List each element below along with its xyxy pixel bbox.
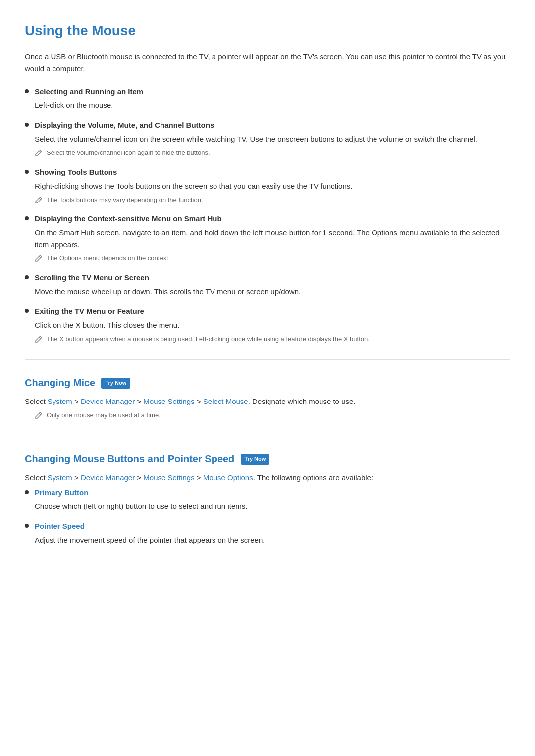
intro-paragraph: Once a USB or Bluetooth mouse is connect… [25, 51, 510, 75]
bullet-desc-exiting: Click on the X button. This closes the m… [35, 319, 510, 331]
bullet-exiting: Exiting the TV Menu or Feature Click on … [25, 305, 510, 345]
bullet-desc-context: On the Smart Hub screen, navigate to an … [35, 227, 510, 251]
page-title: Using the Mouse [25, 20, 510, 42]
section-changing-mice: Changing Mice Try Now [25, 375, 510, 391]
sub-bullet-dot-primary [25, 490, 29, 494]
bullet-displaying-volume: Displaying the Volume, Mute, and Channel… [25, 119, 510, 158]
bullet-label-context: Displaying the Context-sensitive Menu on… [35, 213, 222, 225]
bullet-dot-volume [25, 123, 29, 127]
bullet-dot-tools [25, 170, 29, 174]
note-text-exiting: The X button appears when a mouse is bei… [47, 334, 370, 345]
note-exiting: The X button appears when a mouse is bei… [35, 334, 510, 345]
changing-buttons-body: Select System > Device Manager > Mouse S… [25, 472, 510, 546]
bullet-label-tools: Showing Tools Buttons [35, 166, 117, 178]
bullet-dot-exiting [25, 309, 29, 313]
bullet-context: Displaying the Context-sensitive Menu on… [25, 213, 510, 264]
note-volume: Select the volume/channel icon again to … [35, 148, 510, 158]
bullet-dot-selecting [25, 89, 29, 93]
sub-bullet-desc-pointer: Adjust the movement speed of the pointer… [35, 534, 510, 546]
bullet-tools: Showing Tools Buttons Right-clicking sho… [25, 166, 510, 205]
pencil-icon-volume [35, 149, 43, 157]
pencil-icon-tools [35, 196, 43, 204]
changing-mice-body: Select System > Device Manager > Mouse S… [25, 396, 510, 421]
sub-bullet-label-primary: Primary Button [35, 487, 88, 499]
link-select-mouse[interactable]: Select Mouse [203, 397, 248, 405]
changing-mice-select-prefix: Select [25, 397, 48, 405]
sub-bullet-list: Primary Button Choose which (left or rig… [25, 487, 510, 546]
section-changing-buttons: Changing Mouse Buttons and Pointer Speed… [25, 451, 510, 467]
arrow-1-buttons: > [72, 473, 81, 482]
changing-buttons-title: Changing Mouse Buttons and Pointer Speed [25, 454, 234, 464]
link-mouse-settings-buttons[interactable]: Mouse Settings [143, 473, 194, 482]
pencil-icon-context [35, 254, 43, 262]
changing-mice-suffix: . Designate which mouse to use. [248, 397, 356, 405]
changing-buttons-suffix: . The following options are available: [253, 473, 373, 482]
bullet-list: Selecting and Running an Item Left-click… [25, 86, 510, 345]
arrow-2-mice: > [135, 397, 143, 405]
bullet-desc-selecting: Left-click on the mouse. [35, 100, 510, 111]
arrow-2-buttons: > [135, 473, 143, 482]
bullet-dot-context [25, 216, 29, 220]
bullet-scrolling: Scrolling the TV Menu or Screen Move the… [25, 272, 510, 298]
note-text-changing-mice: Only one mouse may be used at a time. [47, 410, 160, 421]
sub-bullet-dot-pointer [25, 524, 29, 528]
note-changing-mice: Only one mouse may be used at a time. [35, 410, 510, 421]
sub-bullet-primary: Primary Button Choose which (left or rig… [25, 487, 510, 512]
try-now-badge-buttons[interactable]: Try Now [241, 454, 270, 465]
bullet-label-selecting: Selecting and Running an Item [35, 86, 143, 98]
bullet-dot-scrolling [25, 275, 29, 279]
link-device-manager-buttons[interactable]: Device Manager [81, 473, 135, 482]
bullet-label-volume: Displaying the Volume, Mute, and Channel… [35, 119, 214, 131]
sub-bullet-pointer: Pointer Speed Adjust the movement speed … [25, 520, 510, 546]
note-context: The Options menu depends on the context. [35, 253, 510, 264]
sub-bullet-desc-primary: Choose which (left or right) button to u… [35, 501, 510, 512]
link-mouse-settings-mice[interactable]: Mouse Settings [143, 397, 194, 405]
changing-mice-title: Changing Mice [25, 377, 95, 388]
sub-bullet-label-pointer: Pointer Speed [35, 520, 85, 532]
note-text-context: The Options menu depends on the context. [47, 253, 170, 264]
bullet-label-scrolling: Scrolling the TV Menu or Screen [35, 272, 149, 284]
pencil-icon-changing-mice [35, 411, 43, 419]
changing-mice-path-text: Select System > Device Manager > Mouse S… [25, 396, 510, 407]
pencil-icon-exiting [35, 335, 43, 343]
link-mouse-options[interactable]: Mouse Options [203, 473, 253, 482]
arrow-1-mice: > [72, 397, 81, 405]
arrow-3-buttons: > [195, 473, 203, 482]
link-system-mice[interactable]: System [48, 397, 72, 405]
divider-2 [25, 436, 510, 436]
arrow-3-mice: > [195, 397, 203, 405]
changing-buttons-path-text: Select System > Device Manager > Mouse S… [25, 472, 510, 484]
bullet-selecting: Selecting and Running an Item Left-click… [25, 86, 510, 111]
note-text-volume: Select the volume/channel icon again to … [47, 148, 210, 158]
link-device-manager-mice[interactable]: Device Manager [81, 397, 135, 405]
divider-1 [25, 359, 510, 360]
bullet-desc-scrolling: Move the mouse wheel up or down. This sc… [35, 286, 510, 298]
bullet-desc-tools: Right-clicking shows the Tools buttons o… [35, 180, 510, 192]
changing-buttons-select-prefix: Select [25, 473, 48, 482]
note-text-tools: The Tools buttons may vary depending on … [47, 195, 203, 205]
bullet-label-exiting: Exiting the TV Menu or Feature [35, 305, 144, 317]
bullet-desc-volume: Select the volume/channel icon on the sc… [35, 133, 510, 145]
note-tools: The Tools buttons may vary depending on … [35, 195, 510, 205]
link-system-buttons[interactable]: System [48, 473, 72, 482]
try-now-badge-mice[interactable]: Try Now [101, 378, 130, 389]
